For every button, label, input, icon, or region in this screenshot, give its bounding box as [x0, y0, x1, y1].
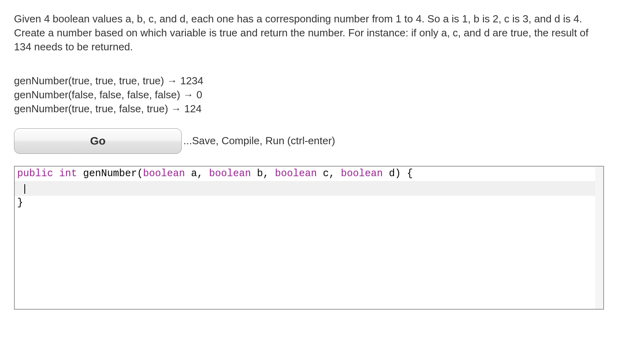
code-line[interactable]: public int genNumber(boolean a, boolean … [15, 167, 603, 181]
close-brace: } [17, 197, 23, 209]
keyword-boolean: boolean [209, 168, 251, 179]
comma: , [329, 168, 341, 179]
example-line: genNumber(true, true, true, true) → 1234 [14, 74, 604, 88]
example-line: genNumber(true, true, false, true) → 124 [14, 102, 604, 116]
go-button[interactable]: Go [14, 128, 182, 154]
code-line-active[interactable] [15, 181, 603, 196]
param-a: a [191, 168, 197, 179]
example-line: genNumber(false, false, false, false) → … [14, 88, 604, 102]
examples-block: genNumber(true, true, true, true) → 1234… [14, 74, 604, 116]
function-name: genNumber [83, 168, 137, 179]
text-cursor [24, 184, 25, 194]
lparen: ( [137, 168, 143, 179]
keyword-int: int [59, 168, 77, 179]
param-b: b [257, 168, 263, 179]
comma: , [263, 168, 275, 179]
keyword-boolean: boolean [143, 168, 185, 179]
code-line[interactable]: } [15, 196, 603, 211]
param-d: d [389, 168, 395, 179]
keyword-public: public [17, 168, 53, 179]
problem-description: Given 4 boolean values a, b, c, and d, e… [14, 12, 601, 54]
keyword-boolean: boolean [275, 168, 317, 179]
code-editor[interactable]: public int genNumber(boolean a, boolean … [14, 166, 604, 310]
param-c: c [323, 168, 329, 179]
scrollbar-vertical[interactable] [595, 167, 603, 309]
rparen-brace: ) { [395, 168, 413, 179]
comma: , [197, 168, 209, 179]
keyword-boolean: boolean [341, 168, 383, 179]
hint-text: ...Save, Compile, Run (ctrl-enter) [183, 135, 335, 147]
controls-row: Go ...Save, Compile, Run (ctrl-enter) [14, 128, 604, 154]
